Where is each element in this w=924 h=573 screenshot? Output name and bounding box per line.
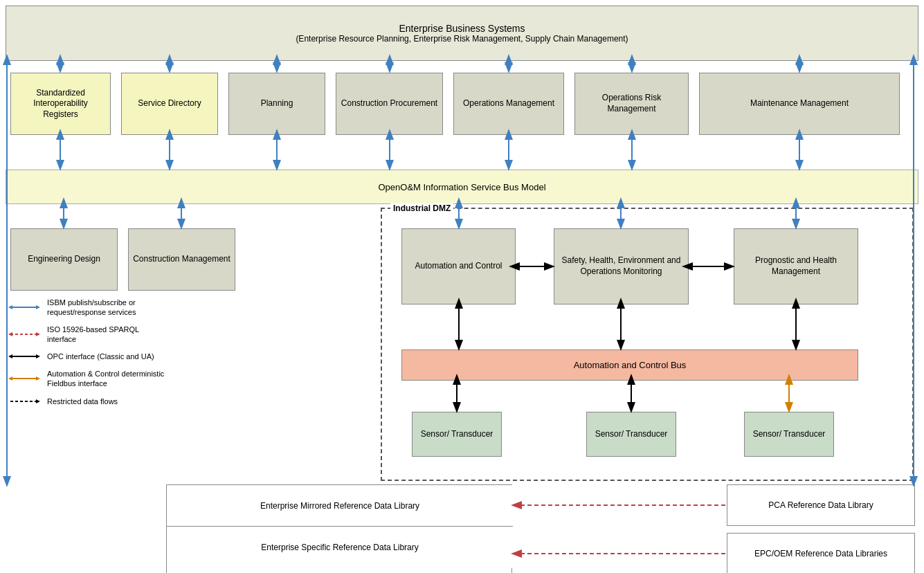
opc-legend-text: OPC interface (Classic and UA) [47,352,154,361]
sparql-arrow-icon [7,329,42,340]
module-safety-health: Safety, Health, Environment and Operatio… [554,228,689,304]
legend-opc: OPC interface (Classic and UA) [7,351,166,362]
isbm-arrow-icon [7,302,42,313]
fieldbus-arrow-icon [7,373,42,384]
restricted-arrow-icon [7,396,42,407]
enterprise-box: Enterprise Business Systems (Enterprise … [6,6,918,61]
module-ops-risk: Operations Risk Management [574,73,689,135]
isbm-legend-text: ISBM publish/subscribe or request/respon… [47,298,166,318]
ref-epc-oem: EPC/OEM Reference Data Libraries [727,533,915,573]
legend-fieldbus: Automation & Control deterministic Field… [7,369,166,389]
enterprise-title: Enterprise Business Systems [399,23,525,34]
svg-marker-1 [8,305,12,309]
module-prognostic: Prognostic and Health Management [734,228,858,304]
fieldbus-legend-text: Automation & Control deterministic Field… [47,369,166,389]
svg-marker-7 [8,354,12,358]
sensor-2: Sensor/ Transducer [586,412,676,457]
svg-marker-13 [36,399,40,403]
svg-marker-5 [36,332,40,336]
module-construction-mgmt: Construction Management [128,228,235,291]
restricted-legend-text: Restricted data flows [47,397,118,406]
ref-pca: PCA Reference Data Library [727,484,915,526]
svg-marker-10 [8,376,12,381]
diagram: Enterprise Business Systems (Enterprise … [0,0,924,573]
module-maintenance: Maintenance Management [699,73,900,135]
legend-isbm: ISBM publish/subscribe or request/respon… [7,298,166,318]
module-eng-design: Engineering Design [10,228,118,291]
enterprise-subtitle: (Enterprise Resource Planning, Enterpris… [296,34,628,44]
openom-bus: OpenO&M Information Service Bus Model [6,170,918,204]
sensor-3: Sensor/ Transducer [744,412,834,457]
svg-marker-4 [8,332,12,336]
module-std-interop: Standardized Interoperability Registers [10,73,111,135]
module-construction-proc: Construction Procurement [336,73,443,135]
ref-enterprise-specific: Enterprise Specific Reference Data Libra… [167,527,513,568]
module-automation-control: Automation and Control [401,228,516,304]
module-service-dir: Service Directory [121,73,218,135]
legend-sparql: ISO 15926-based SPARQL interface [7,325,166,345]
svg-marker-2 [36,305,40,309]
ref-enterprise-mirrored: Enterprise Mirrored Reference Data Libra… [167,485,513,527]
legend-restricted: Restricted data flows [7,396,166,407]
legend: ISBM publish/subscribe or request/respon… [7,298,166,414]
opc-arrow-icon [7,351,42,362]
sensor-1: Sensor/ Transducer [412,412,502,457]
dmz-label: Industrial DMZ [390,203,453,213]
module-planning: Planning [228,73,325,135]
sparql-legend-text: ISO 15926-based SPARQL interface [47,325,166,345]
svg-marker-8 [36,354,40,358]
module-operations-mgmt: Operations Management [453,73,564,135]
ref-libraries-container: Enterprise Mirrored Reference Data Libra… [166,484,512,573]
ac-bus: Automation and Control Bus [401,349,858,381]
svg-marker-11 [36,376,40,381]
